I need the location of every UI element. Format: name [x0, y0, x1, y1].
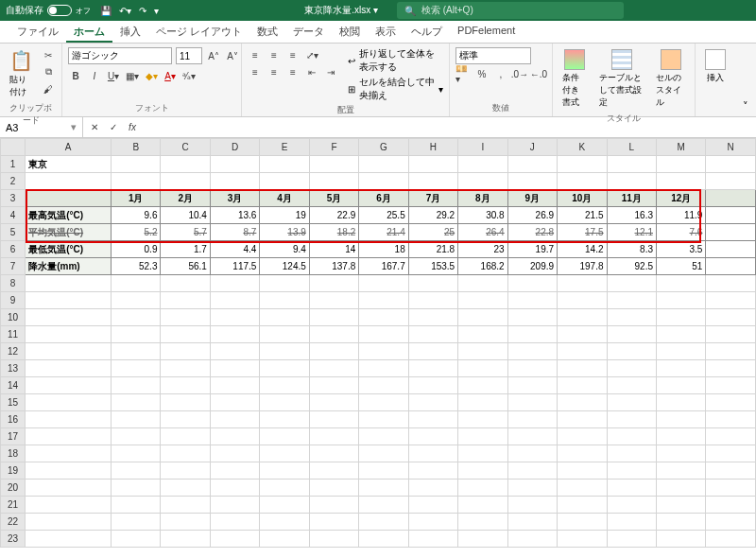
cell[interactable]: 23 — [458, 241, 507, 258]
cell[interactable] — [112, 428, 161, 445]
cell[interactable] — [507, 497, 557, 514]
cell[interactable] — [408, 514, 457, 531]
cell[interactable] — [161, 462, 210, 480]
cell[interactable] — [706, 190, 756, 207]
row-header[interactable]: 7 — [1, 258, 26, 275]
cell[interactable] — [656, 394, 705, 411]
cell[interactable] — [112, 275, 161, 292]
cell[interactable]: 8.7 — [210, 224, 259, 241]
cell[interactable] — [210, 428, 259, 445]
cell[interactable]: 2月 — [161, 190, 210, 207]
cell[interactable] — [26, 275, 112, 292]
cell[interactable] — [607, 411, 656, 428]
cell[interactable] — [260, 531, 309, 548]
cell[interactable] — [161, 360, 210, 377]
cell[interactable] — [558, 275, 607, 292]
row-header[interactable]: 21 — [1, 497, 26, 514]
cell[interactable] — [558, 292, 607, 309]
cell[interactable] — [161, 343, 210, 360]
cell[interactable] — [656, 360, 705, 377]
cell[interactable] — [26, 394, 112, 411]
row-header[interactable]: 12 — [1, 343, 26, 360]
phonetic-icon[interactable]: ᵃ⁄ₐ▾ — [181, 68, 197, 83]
cell[interactable] — [458, 309, 507, 326]
cell[interactable]: 25 — [408, 224, 457, 241]
cell[interactable] — [706, 445, 756, 462]
row-header[interactable]: 16 — [1, 411, 26, 428]
cell[interactable]: 7.6 — [656, 224, 705, 241]
cell[interactable] — [309, 309, 358, 326]
save-icon[interactable]: 💾 — [100, 6, 112, 16]
cell[interactable] — [558, 309, 607, 326]
cell[interactable] — [112, 411, 161, 428]
cell[interactable] — [26, 173, 112, 190]
cell[interactable] — [112, 156, 161, 173]
cell[interactable] — [706, 241, 756, 258]
cell[interactable] — [112, 173, 161, 190]
cell[interactable] — [359, 394, 408, 411]
increase-decimal-icon[interactable]: .0→ — [512, 66, 527, 81]
cell[interactable] — [161, 156, 210, 173]
col-header[interactable]: F — [309, 139, 358, 156]
cell[interactable] — [359, 309, 408, 326]
cell[interactable]: 168.2 — [458, 258, 507, 275]
cell[interactable] — [210, 326, 259, 343]
select-all-corner[interactable] — [1, 139, 26, 156]
cell[interactable] — [408, 377, 457, 394]
cell[interactable] — [112, 445, 161, 462]
accounting-icon[interactable]: 💴▾ — [455, 66, 471, 81]
formula-input[interactable] — [144, 117, 756, 137]
cell[interactable] — [161, 173, 210, 190]
cell[interactable] — [607, 156, 656, 173]
cell[interactable] — [656, 275, 705, 292]
cell[interactable] — [309, 411, 358, 428]
cell[interactable] — [210, 309, 259, 326]
cell[interactable]: 167.7 — [359, 258, 408, 275]
cell[interactable]: 197.8 — [558, 258, 607, 275]
cell[interactable] — [706, 258, 756, 275]
cell[interactable]: 1月 — [112, 190, 161, 207]
cell[interactable] — [309, 360, 358, 377]
cell[interactable] — [607, 480, 656, 497]
cell[interactable] — [260, 173, 309, 190]
row-header[interactable]: 23 — [1, 531, 26, 548]
cell[interactable] — [507, 411, 557, 428]
tab-help[interactable]: ヘルプ — [404, 21, 450, 43]
cell[interactable] — [210, 343, 259, 360]
cell[interactable]: 8月 — [458, 190, 507, 207]
cell[interactable] — [260, 309, 309, 326]
cell[interactable] — [260, 343, 309, 360]
cell[interactable] — [507, 156, 557, 173]
fill-color-icon[interactable]: ◆▾ — [144, 68, 159, 83]
font-name-select[interactable] — [68, 47, 172, 64]
conditional-format-button[interactable]: 条件付き書式 — [558, 47, 592, 111]
cell[interactable] — [607, 360, 656, 377]
cell[interactable] — [309, 377, 358, 394]
cell[interactable] — [210, 497, 259, 514]
cell[interactable] — [112, 531, 161, 548]
cell[interactable] — [359, 445, 408, 462]
cell[interactable]: 9.4 — [260, 241, 309, 258]
row-header[interactable]: 15 — [1, 394, 26, 411]
cell[interactable] — [558, 428, 607, 445]
cell[interactable] — [607, 326, 656, 343]
cell[interactable] — [706, 411, 756, 428]
cell[interactable] — [161, 292, 210, 309]
cell[interactable] — [408, 428, 457, 445]
cell[interactable] — [507, 514, 557, 531]
cell[interactable] — [161, 514, 210, 531]
cell[interactable] — [558, 343, 607, 360]
cell[interactable]: 3月 — [210, 190, 259, 207]
cell[interactable] — [26, 411, 112, 428]
cell[interactable] — [458, 156, 507, 173]
cell[interactable] — [706, 394, 756, 411]
cell[interactable] — [558, 411, 607, 428]
cell[interactable] — [458, 445, 507, 462]
col-header[interactable]: A — [26, 139, 112, 156]
cell[interactable] — [656, 480, 705, 497]
cell[interactable] — [706, 326, 756, 343]
cancel-formula-icon[interactable]: ✕ — [87, 120, 102, 135]
cell[interactable] — [458, 326, 507, 343]
cell[interactable]: 5.2 — [112, 224, 161, 241]
cell[interactable] — [408, 275, 457, 292]
